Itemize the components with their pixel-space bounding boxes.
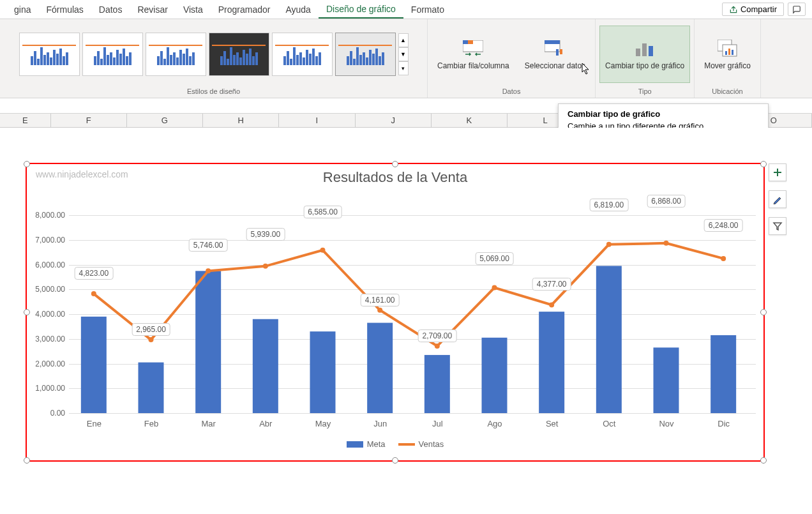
col-head-G[interactable]: G xyxy=(127,114,203,127)
plot-area[interactable] xyxy=(65,215,752,413)
bar-Mar[interactable] xyxy=(195,271,221,413)
chart-title[interactable]: Resultados de la Venta xyxy=(27,164,763,191)
share-button[interactable]: Compartir xyxy=(722,3,784,16)
sel-handle-sw[interactable] xyxy=(24,457,30,464)
bar-Ene[interactable] xyxy=(81,317,107,413)
chart-side-buttons xyxy=(769,163,786,235)
data-label[interactable]: 4,161.00 xyxy=(361,294,400,306)
select-data-button[interactable]: Seleccionar datos xyxy=(519,26,591,83)
legend-label-meta: Meta xyxy=(367,439,386,449)
bar-Jul[interactable] xyxy=(425,355,450,413)
col-head-H[interactable]: H xyxy=(203,114,279,127)
chart-filters-button[interactable] xyxy=(769,217,786,235)
ribbon-tab-vista[interactable]: Vista xyxy=(176,0,211,19)
line-point[interactable] xyxy=(492,285,497,291)
line-ventas[interactable] xyxy=(94,243,723,346)
chart-elements-button[interactable] xyxy=(769,163,786,181)
style-scroll-more[interactable]: ▾ xyxy=(398,61,409,75)
data-label[interactable]: 5,069.00 xyxy=(475,252,514,265)
bar-Abr[interactable] xyxy=(253,319,278,413)
ribbon-tab-formato[interactable]: Formato xyxy=(403,0,452,19)
x-tick-label: Ago xyxy=(467,419,523,428)
svg-rect-4 xyxy=(545,40,560,44)
col-head-F[interactable]: F xyxy=(51,114,127,127)
ribbon-tab-diseno-grafico[interactable]: Diseño de gráfico xyxy=(319,0,403,19)
sel-handle-n[interactable] xyxy=(392,161,398,167)
line-point[interactable] xyxy=(664,241,669,246)
data-label[interactable]: 5,939.00 xyxy=(246,228,285,241)
chart-object[interactable]: www.ninjadelexcel.com Resultados de la V… xyxy=(26,163,765,462)
line-point[interactable] xyxy=(606,242,612,247)
y-tick-label: 5,000.00 xyxy=(27,285,65,294)
comments-button[interactable] xyxy=(788,3,806,16)
bar-May[interactable] xyxy=(310,331,336,413)
ribbon-tab-programador[interactable]: Programador xyxy=(211,0,278,19)
data-label[interactable]: 2,965.00 xyxy=(132,323,170,336)
ribbon-tab-datos[interactable]: Datos xyxy=(91,0,130,19)
legend-label-ventas: Ventas xyxy=(419,439,444,449)
data-label[interactable]: 6,248.00 xyxy=(704,219,743,232)
ribbon-group-label-data: Datos xyxy=(502,86,521,96)
legend-ventas[interactable]: Ventas xyxy=(398,439,444,449)
sel-handle-ne[interactable] xyxy=(760,161,767,167)
bar-Jun[interactable] xyxy=(367,323,393,413)
change-chart-type-icon xyxy=(635,38,655,59)
line-point[interactable] xyxy=(435,344,440,349)
ribbon-tab-formulas[interactable]: Fórmulas xyxy=(38,0,91,19)
bar-Oct[interactable] xyxy=(596,266,622,413)
col-head-I[interactable]: I xyxy=(279,114,355,127)
chart-legend[interactable]: Meta Ventas xyxy=(27,439,763,449)
line-point[interactable] xyxy=(721,256,726,261)
move-chart-button[interactable]: Mover gráfico xyxy=(698,26,756,83)
svg-rect-12 xyxy=(725,51,727,55)
funnel-icon xyxy=(772,221,783,231)
line-point[interactable] xyxy=(263,264,268,269)
col-head-E[interactable]: E xyxy=(0,114,51,127)
data-label[interactable]: 6,819.00 xyxy=(589,199,628,211)
bar-Nov[interactable] xyxy=(654,347,679,413)
legend-meta[interactable]: Meta xyxy=(347,439,386,449)
style-scroll-up[interactable]: ▲ xyxy=(398,33,409,47)
ribbon-tab-revisar[interactable]: Revisar xyxy=(130,0,175,19)
data-label[interactable]: 6,585.00 xyxy=(303,206,342,218)
sel-handle-nw[interactable] xyxy=(24,161,30,167)
chart-style-4[interactable] xyxy=(209,33,269,76)
line-point[interactable] xyxy=(149,337,154,342)
bar-Set[interactable] xyxy=(539,312,564,413)
sheet-area[interactable]: www.ninjadelexcel.com Resultados de la V… xyxy=(0,128,812,485)
ribbon-tab-ayuda[interactable]: Ayuda xyxy=(278,0,318,19)
line-point[interactable] xyxy=(377,308,382,313)
col-head-J[interactable]: J xyxy=(356,114,432,127)
svg-rect-8 xyxy=(642,43,647,56)
bar-Ago[interactable] xyxy=(482,338,508,413)
y-tick-label: 2,000.00 xyxy=(27,359,65,368)
line-point[interactable] xyxy=(320,248,326,253)
y-tick-label: 7,000.00 xyxy=(27,236,65,245)
chart-style-6[interactable] xyxy=(335,33,396,76)
x-tick-label: Oct xyxy=(581,419,638,428)
data-label[interactable]: 5,746.00 xyxy=(189,239,228,252)
sel-handle-se[interactable] xyxy=(760,457,767,464)
x-tick-label: Jul xyxy=(409,419,466,428)
bar-Dic[interactable] xyxy=(710,335,736,413)
chart-style-5[interactable] xyxy=(272,33,333,76)
bar-Feb[interactable] xyxy=(139,363,164,413)
switch-row-col-button[interactable]: Cambiar fila/columna xyxy=(432,26,515,83)
chart-style-1[interactable] xyxy=(19,33,80,76)
sel-handle-e[interactable] xyxy=(760,309,767,315)
chart-style-2[interactable] xyxy=(82,33,143,76)
col-head-K[interactable]: K xyxy=(432,114,508,127)
line-point[interactable] xyxy=(549,302,554,307)
chart-style-3[interactable] xyxy=(146,33,206,76)
style-scroll-down[interactable]: ▼ xyxy=(398,47,409,61)
change-chart-type-button[interactable]: Cambiar tipo de gráfico xyxy=(599,26,690,83)
ribbon-tab-pagina[interactable]: gina xyxy=(6,0,38,19)
line-point[interactable] xyxy=(91,291,96,296)
data-label[interactable]: 6,868.00 xyxy=(647,195,686,208)
data-label[interactable]: 4,377.00 xyxy=(532,278,571,291)
chart-styles-button[interactable] xyxy=(769,190,786,208)
sel-handle-s[interactable] xyxy=(392,457,398,464)
data-label[interactable]: 4,823.00 xyxy=(74,267,113,280)
line-point[interactable] xyxy=(206,268,211,273)
data-label[interactable]: 2,709.00 xyxy=(417,329,456,342)
